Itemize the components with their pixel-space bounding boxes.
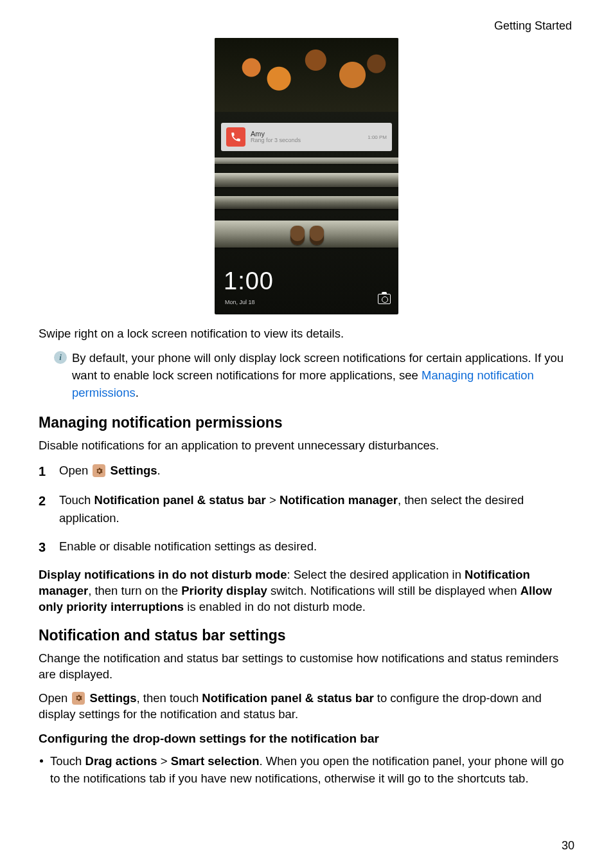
lockscreen-bg-beam	[215, 158, 398, 164]
info-text-after-link: .	[136, 386, 139, 399]
step-text: Touch	[59, 493, 94, 507]
step-text: .	[157, 464, 161, 477]
section2-intro: Change the notification and status bar s…	[39, 651, 574, 683]
page: Getting Started Amy Rang for 3 seconds 1…	[0, 0, 613, 868]
step-text: >	[266, 493, 280, 507]
lockscreen-bg-beam	[215, 173, 398, 187]
display-note: Display notifications in do not disturb …	[39, 567, 574, 615]
hero-container: Amy Rang for 3 seconds 1:00 PM 1:00 Mon,…	[39, 38, 574, 314]
step-item: 1 Open Settings.	[39, 462, 574, 481]
step-number: 1	[39, 462, 50, 481]
text-bold: Settings	[90, 691, 137, 705]
section-heading-notification-bar: Notification and status bar settings	[39, 627, 574, 644]
section1-intro: Disable notifications for an application…	[39, 438, 574, 454]
camera-icon	[378, 294, 391, 304]
page-number: 30	[562, 839, 574, 853]
lockscreen-bg-boots	[290, 226, 324, 245]
settings-icon	[93, 464, 105, 477]
bullet-item: Touch Drag actions > Smart selection. Wh…	[39, 752, 574, 788]
step-item: 3 Enable or disable notification setting…	[39, 538, 574, 557]
info-callout: i By default, your phone will only displ…	[54, 350, 574, 401]
info-icon: i	[54, 351, 67, 364]
lockscreen-wallpaper-top	[215, 38, 398, 112]
bullet-bold: Drag actions	[85, 754, 157, 768]
lockscreen-notification-text: Amy Rang for 3 seconds	[251, 130, 362, 144]
note-text: , then turn on the	[88, 584, 181, 597]
note-bold: Priority display	[181, 584, 267, 597]
step-body: Touch Notification panel & status bar > …	[59, 491, 574, 527]
header-section-label: Getting Started	[39, 19, 574, 33]
settings-icon	[72, 692, 85, 705]
lockscreen-notification-card: Amy Rang for 3 seconds 1:00 PM	[221, 123, 392, 151]
lockscreen-date: Mon, Jul 18	[225, 299, 255, 305]
text-bold: Notification panel & status bar	[202, 691, 373, 705]
lockscreen-bg-beam	[215, 196, 398, 209]
subsection-heading-dropdown: Configuring the drop-down settings for t…	[39, 732, 574, 746]
note-text: : Select the desired application in	[287, 568, 465, 581]
lock-screen-screenshot: Amy Rang for 3 seconds 1:00 PM 1:00 Mon,…	[215, 38, 398, 314]
step-number: 3	[39, 538, 50, 557]
step-body: Enable or disable notification settings …	[59, 538, 574, 556]
boot-icon	[290, 226, 305, 245]
step-bold: Settings	[111, 464, 157, 477]
note-text: switch. Notifications will still be disp…	[267, 584, 520, 597]
step-bold: Notification manager	[280, 493, 398, 507]
step-bold: Notification panel & status bar	[94, 493, 266, 507]
bullet-bold: Smart selection	[171, 754, 260, 768]
boot-icon	[310, 226, 324, 245]
step-number: 2	[39, 491, 50, 511]
text-part: , then touch	[137, 691, 202, 705]
bullet-text: >	[157, 754, 171, 768]
steps-list: 1 Open Settings. 2 Touch Notification pa…	[39, 462, 574, 557]
missed-call-icon	[226, 127, 245, 147]
bullet-list: Touch Drag actions > Smart selection. Wh…	[39, 752, 574, 788]
lockscreen-clock: 1:00	[224, 267, 274, 295]
lockscreen-notification-subtitle: Rang for 3 seconds	[251, 138, 362, 144]
text-part: Open	[39, 691, 71, 705]
info-text: By default, your phone will only display…	[72, 350, 574, 401]
step-text: Open	[59, 464, 91, 477]
step-item: 2 Touch Notification panel & status bar …	[39, 491, 574, 527]
note-bold: Display notifications in do not disturb …	[39, 568, 287, 581]
step-body: Open Settings.	[59, 462, 574, 480]
lockscreen-notification-time: 1:00 PM	[368, 134, 387, 140]
section-heading-managing-permissions: Managing notification permissions	[39, 414, 574, 431]
section2-open-line: Open Settings, then touch Notification p…	[39, 691, 574, 723]
note-text: is enabled in do not disturb mode.	[184, 600, 366, 613]
bullet-text: Touch	[50, 754, 85, 768]
intro-text: Swipe right on a lock screen notificatio…	[39, 326, 574, 342]
